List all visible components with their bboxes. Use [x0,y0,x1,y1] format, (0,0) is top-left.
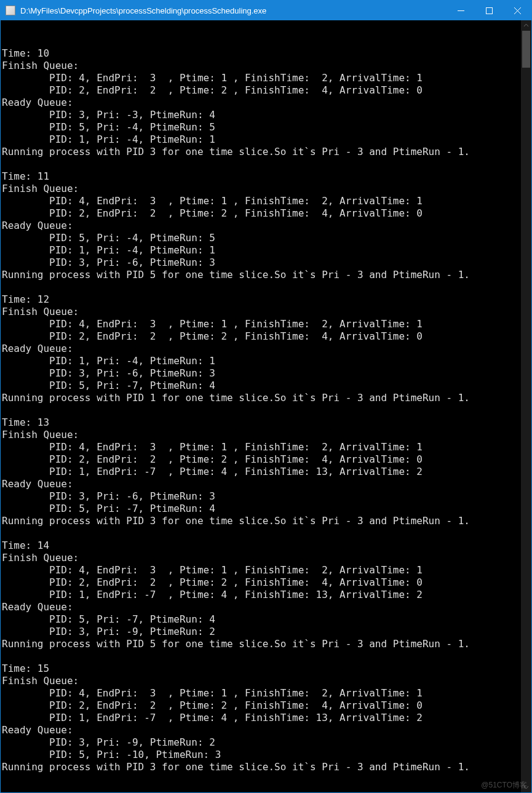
app-icon [6,6,15,15]
console-output: Time: 10 Finish Queue: PID: 4, EndPri: 3… [1,30,521,783]
scrollbar-track[interactable] [521,31,531,782]
minimize-button[interactable] [447,1,475,20]
watermark: @51CTO博客 [481,780,527,791]
scrollbar-vertical[interactable] [521,20,531,792]
svg-rect-1 [486,7,492,14]
scrollbar-thumb[interactable] [522,31,530,68]
console-window: D:\MyFiles\DevcppProjects\processScheldi… [0,0,532,793]
window-body: Time: 10 Finish Queue: PID: 4, EndPri: 3… [1,20,531,792]
titlebar[interactable]: D:\MyFiles\DevcppProjects\processScheldi… [1,1,531,20]
maximize-button[interactable] [475,1,503,20]
scroll-up-button[interactable] [521,20,531,31]
close-button[interactable] [503,1,531,20]
window-controls [447,1,531,20]
window-title: D:\MyFiles\DevcppProjects\processScheldi… [20,6,447,15]
